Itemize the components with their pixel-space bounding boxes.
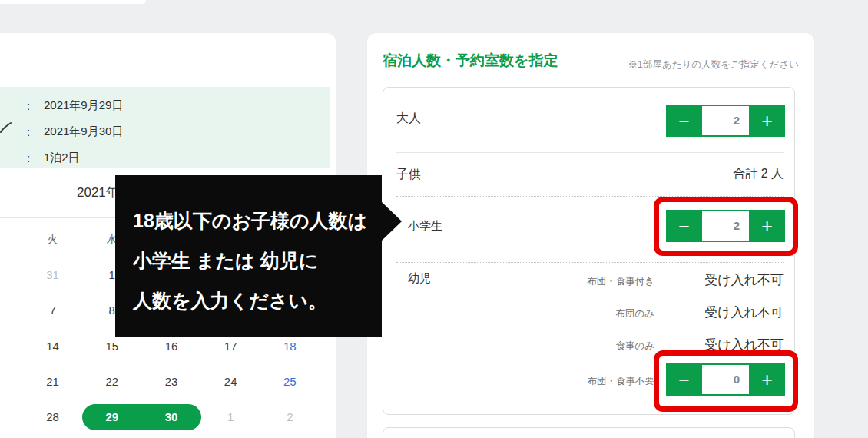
checkin-row: : 2021年9月29日 [0, 92, 330, 118]
clipped-edge-icon [0, 121, 12, 137]
tooltip-line-2: 小学生 または 幼児に [133, 241, 382, 280]
calendar-day[interactable]: 14 [23, 329, 82, 364]
checkout-colon: : [27, 125, 44, 138]
infant-option-meal-only-status: 受け入れ不可 [704, 336, 784, 353]
calendar-day[interactable]: 2 [260, 400, 320, 435]
infant-option-futon-meal-status: 受け入れ不可 [704, 271, 784, 289]
elementary-count-input[interactable]: 2 [702, 210, 749, 242]
guest-panel-note: ※1部屋あたりの人数をご指定ください [628, 58, 799, 71]
elementary-label: 小学生 [408, 219, 442, 234]
stay-length-value: 1泊2日 [44, 151, 80, 165]
infant-none-plus-button[interactable]: + [749, 363, 785, 396]
calendar-day[interactable]: 25 [260, 364, 320, 400]
calendar-day[interactable]: 7 [23, 293, 82, 328]
hotel-booking-screen: : 2021年9月29日 : 2021年9月30日 : 1泊2日 2021年9月… [0, 0, 868, 438]
infant-label: 幼児 [408, 271, 431, 286]
calendar-day[interactable]: 31 [23, 257, 82, 293]
guest-count-card: 宿泊人数・予約室数を指定 ※1部屋あたりの人数をご指定ください 大人 − 2 +… [367, 33, 814, 438]
infant-option-futon-only-label: 布団のみ [615, 307, 654, 320]
checkout-row: : 2021年9月30日 [0, 118, 330, 144]
infant-option-meal-only-label: 食事のみ [615, 340, 654, 353]
infant-none-count-input[interactable]: 0 [702, 363, 749, 396]
children-count-tooltip: 18歳以下のお子様の人数は 小学生 または 幼児に 人数を入力ください。 [115, 175, 382, 337]
calendar-day[interactable]: 30 [141, 400, 200, 435]
adult-plus-button[interactable]: + [749, 105, 785, 137]
guest-panel-title: 宿泊人数・予約室数を指定 [383, 51, 558, 71]
infant-none-stepper: − 0 + [666, 363, 785, 396]
adult-minus-button[interactable]: − [666, 105, 702, 137]
next-section-box [383, 427, 795, 438]
adult-child-divider [396, 152, 784, 153]
infant-option-futon-only-status: 受け入れ不可 [704, 304, 784, 321]
top-nav-remnant [0, 0, 146, 4]
stay-summary-box: : 2021年9月29日 : 2021年9月30日 : 1泊2日 [0, 87, 330, 168]
checkin-date: 2021年9月29日 [44, 98, 123, 113]
checkout-date: 2021年9月30日 [44, 124, 123, 139]
calendar-day[interactable]: 23 [141, 364, 200, 400]
calendar-week-row: 28293012 [23, 400, 320, 435]
calendar-day[interactable]: 28 [23, 400, 82, 435]
calendar-weekday: 火 [23, 228, 82, 251]
elementary-infant-divider [396, 262, 784, 263]
tooltip-line-3: 人数を入力ください。 [133, 280, 382, 320]
calendar-day[interactable]: 1 [201, 400, 260, 435]
calendar-day[interactable]: 29 [82, 400, 141, 435]
child-total: 合計 2 人 [733, 166, 784, 182]
adult-label: 大人 [396, 111, 421, 127]
elementary-minus-button[interactable]: − [666, 210, 702, 242]
infant-option-none-label: 布団・食事不要 [588, 375, 655, 388]
calendar-day[interactable]: 21 [23, 364, 82, 400]
guest-count-box: 大人 − 2 + 子供 合計 2 人 小学生 − 2 + 幼児 布団・食事付き [383, 87, 795, 415]
infant-none-minus-button[interactable]: − [666, 363, 702, 396]
calendar-day[interactable]: 22 [82, 364, 141, 400]
elementary-plus-button[interactable]: + [749, 210, 785, 242]
stay-length-row: : 1泊2日 [0, 144, 330, 171]
child-elementary-divider [396, 196, 784, 197]
tooltip-line-1: 18歳以下のお子様の人数は [133, 201, 382, 241]
stay-length-colon: : [27, 151, 44, 164]
elementary-stepper: − 2 + [666, 210, 785, 242]
infant-option-futon-meal-label: 布団・食事付き [587, 275, 654, 288]
checkin-colon: : [27, 99, 44, 112]
tooltip-arrow-icon [382, 202, 402, 241]
calendar-day[interactable]: 24 [201, 364, 260, 400]
child-label: 子供 [396, 167, 421, 183]
adult-count-input[interactable]: 2 [702, 105, 749, 137]
adult-stepper: − 2 + [666, 105, 785, 137]
calendar-week-row: 2122232425 [23, 364, 320, 400]
